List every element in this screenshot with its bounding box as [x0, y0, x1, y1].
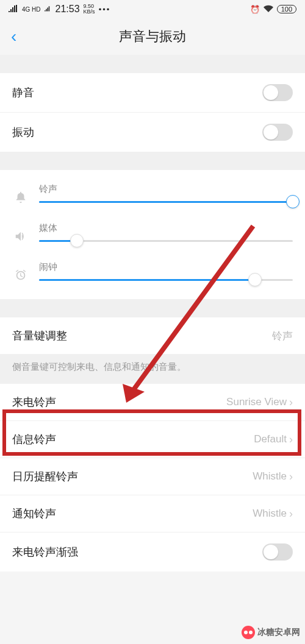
incoming-ringtone-value: Sunrise View	[226, 396, 287, 408]
speaker-icon	[12, 230, 29, 243]
notification-ringtone-row[interactable]: 通知铃声 Whistle ›	[0, 495, 305, 533]
vibrate-label: 振动	[12, 125, 34, 140]
notification-ringtone-label: 通知铃声	[12, 506, 56, 521]
page-title: 声音与振动	[119, 27, 186, 46]
wifi-icon	[264, 5, 273, 14]
incoming-ringtone-label: 来电铃声	[12, 395, 56, 409]
watermark-text: 冰糖安卓网	[257, 627, 300, 638]
chevron-right-icon: ›	[289, 396, 293, 409]
calendar-ringtone-value: Whistle	[253, 470, 287, 483]
status-time: 21:53	[56, 4, 80, 15]
page-header: ‹ 声音与振动	[0, 18, 305, 55]
volume-key-value: 铃声	[272, 329, 293, 343]
ringtone-slider[interactable]	[39, 201, 293, 203]
watermark-icon	[242, 626, 255, 639]
chevron-right-icon: ›	[289, 508, 293, 520]
calendar-ringtone-label: 日历提醒铃声	[12, 469, 78, 484]
calendar-ringtone-row[interactable]: 日历提醒铃声 Whistle ›	[0, 458, 305, 495]
message-ringtone-label: 信息铃声	[12, 432, 56, 447]
signal-icon-2	[45, 5, 52, 14]
message-ringtone-value: Default	[254, 433, 287, 445]
media-slider-label: 媒体	[39, 222, 293, 234]
vibrate-toggle[interactable]	[262, 124, 293, 141]
alarm-icon	[12, 269, 29, 282]
notification-ringtone-value: Whistle	[253, 508, 287, 520]
status-dots: •••	[99, 5, 111, 14]
fadein-label: 来电铃声渐强	[12, 545, 78, 559]
alarm-slider-row: 闹钟	[0, 254, 305, 293]
alarm-slider[interactable]	[39, 279, 293, 281]
back-button[interactable]: ‹	[11, 27, 16, 46]
volume-sliders-section: 铃声 媒体 闹钟	[0, 170, 305, 299]
incoming-ringtone-row[interactable]: 来电铃声 Sunrise View ›	[0, 384, 305, 421]
message-ringtone-row[interactable]: 信息铃声 Default ›	[0, 421, 305, 458]
signal-icon	[9, 5, 18, 14]
fadein-toggle[interactable]	[262, 543, 293, 561]
bell-icon	[12, 191, 29, 204]
mute-row[interactable]: 静音	[0, 73, 305, 113]
volume-key-help: 侧音量键可控制来电、信息和通知的音量。	[0, 354, 305, 384]
media-slider-row: 媒体	[0, 215, 305, 254]
chevron-right-icon: ›	[289, 470, 293, 483]
watermark: 冰糖安卓网	[242, 626, 300, 639]
status-bar: 4G HD 21:53 9.50 KB/s ••• ⏰ 100	[0, 0, 305, 18]
status-speed: 9.50 KB/s	[84, 4, 95, 15]
ringtone-slider-row: 铃声	[0, 176, 305, 215]
mute-toggle[interactable]	[262, 84, 293, 101]
alarm-status-icon: ⏰	[250, 5, 260, 14]
chevron-right-icon: ›	[289, 433, 293, 446]
volume-key-row[interactable]: 音量键调整 铃声	[0, 317, 305, 354]
fadein-row[interactable]: 来电铃声渐强	[0, 533, 305, 571]
mute-label: 静音	[12, 85, 34, 100]
volume-key-label: 音量键调整	[12, 328, 67, 343]
ringtone-slider-label: 铃声	[39, 183, 293, 195]
media-slider[interactable]	[39, 240, 293, 242]
vibrate-row[interactable]: 振动	[0, 113, 305, 152]
alarm-slider-label: 闹钟	[39, 261, 293, 273]
battery-indicator: 100	[277, 5, 296, 13]
signal-label: 4G HD	[22, 6, 41, 13]
